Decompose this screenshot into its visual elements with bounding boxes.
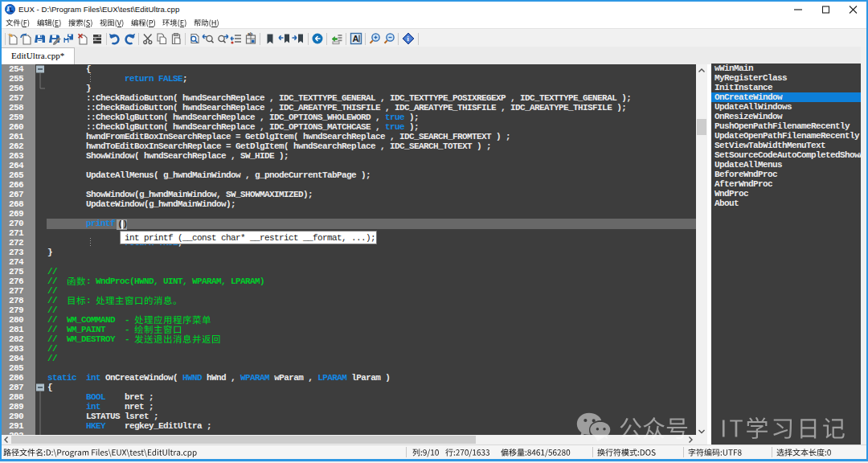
svg-text:A: A <box>352 34 358 43</box>
svg-text:ab: ab <box>248 32 253 36</box>
